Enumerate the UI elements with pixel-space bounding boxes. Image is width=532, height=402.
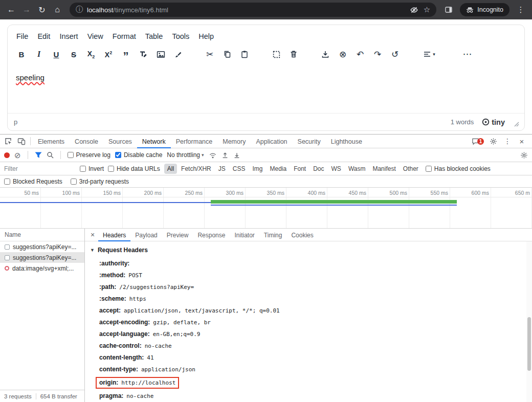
editor-menu-item[interactable]: Format [108,29,141,43]
request-list-header[interactable]: Name [0,229,84,241]
request-type-filter[interactable]: All [164,164,177,174]
devtools-close-icon[interactable]: × [515,135,528,148]
subscript-button[interactable]: X2 [82,47,100,62]
editor-menu-item[interactable]: Tools [167,29,194,43]
record-button[interactable] [4,152,10,158]
devtools-settings-icon[interactable] [486,135,500,148]
paste-button[interactable] [236,47,253,62]
request-type-filter[interactable]: Doc [310,164,327,174]
devtools-tab[interactable]: Console [70,135,103,148]
devtools-tab[interactable]: Sources [103,135,137,148]
editor-menu-item[interactable]: View [83,29,108,43]
editor-menu-item[interactable]: File [12,29,33,43]
request-type-filter[interactable]: Media [267,164,290,174]
devtools-tab[interactable]: Application [251,135,292,148]
network-settings-icon[interactable] [520,151,528,159]
detail-tab[interactable]: Timing [259,229,287,241]
request-type-filter[interactable]: Img [249,164,265,174]
superscript-button[interactable]: X2 [100,47,117,62]
format-painter-button[interactable] [135,47,152,62]
element-path[interactable]: p [14,118,17,126]
editor-content[interactable]: speeling [8,66,524,113]
devtools-tab[interactable]: Security [293,135,326,148]
device-toolbar-icon[interactable] [15,135,28,148]
devtools-tab[interactable]: Lighthouse [326,135,367,148]
underline-button[interactable]: U [48,47,65,62]
eye-blocked-icon[interactable] [410,6,418,14]
misspelled-word[interactable]: speeling [16,73,45,82]
filter-toggle-icon[interactable] [35,152,42,159]
copy-button[interactable] [218,47,236,62]
export-button[interactable] [317,47,334,62]
insert-image-button[interactable] [152,47,169,62]
blocked-requests-checkbox[interactable]: Blocked Requests [4,178,62,185]
delete-button[interactable] [285,47,302,62]
word-count[interactable]: 1 words [451,118,474,126]
scrollbar-thumb[interactable] [527,317,531,371]
close-detail-icon[interactable]: × [87,229,98,240]
editor-menu-item[interactable]: Insert [55,29,82,43]
cut-button[interactable]: ✂ [201,47,218,62]
strikethrough-button[interactable]: S [65,47,82,62]
redo-button[interactable]: ↷ [369,47,386,62]
request-row[interactable]: suggestions?apiKey=... [0,252,84,263]
more-toolbar-button[interactable]: ⋯ [459,47,476,62]
highlighter-button[interactable] [169,47,187,62]
tiny-brand[interactable]: tiny [482,118,505,126]
info-icon[interactable]: ⓘ [76,5,83,14]
preserve-log-checkbox[interactable]: Preserve log [68,151,110,159]
restore-draft-button[interactable]: ↺ [386,47,404,62]
refresh-icon[interactable]: ↻ [35,3,49,17]
editor-menu-item[interactable]: Help [194,29,218,43]
bold-button[interactable]: B [13,47,30,62]
detail-tab[interactable]: Cookies [286,229,318,241]
request-type-filter[interactable]: Other [400,164,422,174]
request-type-filter[interactable]: WS [328,164,344,174]
request-type-filter[interactable]: Manifest [369,164,398,174]
blockquote-button[interactable]: ” [117,47,135,62]
request-type-filter[interactable]: JS [215,164,229,174]
address-bar[interactable]: ⓘ localhost /tinymce/tiny6.html ☆ [70,3,436,17]
devtools-tab[interactable]: Performance [171,135,218,148]
inspect-element-icon[interactable] [2,135,15,148]
import-har-icon[interactable] [221,151,229,159]
has-blocked-cookies-checkbox[interactable]: Has blocked cookies [426,165,491,172]
editor-menu-item[interactable]: Edit [33,29,55,43]
forward-icon[interactable]: → [19,3,34,17]
hide-data-urls-checkbox[interactable]: Hide data URLs [108,165,160,172]
detail-tab[interactable]: Initiator [230,229,259,241]
align-dropdown-button[interactable]: ▾ [418,47,440,62]
devtools-tab[interactable]: Memory [217,135,251,148]
disable-cache-checkbox[interactable]: Disable cache [115,151,162,159]
detail-tab[interactable]: Payload [130,229,162,241]
detail-tab[interactable]: Headers [98,229,130,241]
request-type-filter[interactable]: Fetch/XHR [178,164,214,174]
cancel-button[interactable]: ⊗ [334,47,351,62]
network-overview-timeline[interactable]: 50 ms100 ms150 ms200 ms250 ms300 ms350 m… [0,188,532,229]
export-har-icon[interactable] [233,151,240,159]
search-icon[interactable] [47,151,54,159]
filter-input[interactable] [4,165,76,172]
back-icon[interactable]: ← [4,3,18,17]
clear-icon[interactable]: ⊘ [14,151,21,159]
detail-tab[interactable]: Response [193,229,230,241]
home-icon[interactable]: ⌂ [50,3,64,17]
third-party-requests-checkbox[interactable]: 3rd-party requests [71,178,129,185]
devtools-menu-icon[interactable]: ⋮ [501,135,514,148]
request-row[interactable]: suggestions?apiKey=... [0,241,84,252]
request-type-filter[interactable]: Font [291,164,309,174]
network-conditions-icon[interactable] [209,151,217,159]
devtools-tab[interactable]: Elements [33,135,70,148]
invert-checkbox[interactable]: Invert [80,165,104,172]
request-headers-section[interactable]: ▼ Request Headers [90,245,523,258]
detail-tab[interactable]: Preview [162,229,193,241]
console-messages-button[interactable]: 1 [470,135,485,148]
browser-menu-icon[interactable]: ⋮ [514,3,528,17]
side-panel-icon[interactable] [441,3,456,17]
request-type-filter[interactable]: Wasm [345,164,369,174]
resize-handle[interactable] [513,118,522,127]
select-all-button[interactable] [268,47,285,62]
throttling-dropdown[interactable]: No throttling ▾ [167,151,204,159]
undo-button[interactable]: ↶ [351,47,369,62]
scrollbar[interactable] [526,241,532,402]
